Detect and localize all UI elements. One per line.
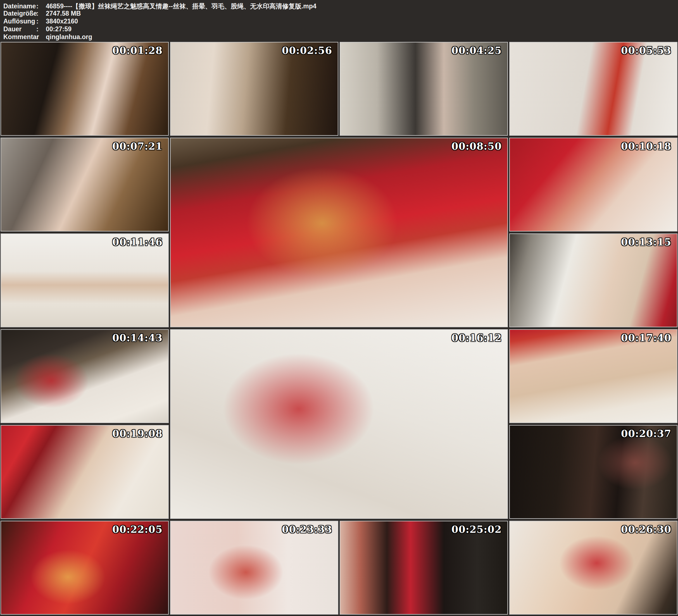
meta-value-filesize: 2747.58 MB (46, 10, 678, 17)
meta-colon: : (36, 2, 46, 10)
thumbnail-timestamp: 00:17:40 (621, 332, 671, 343)
video-thumbnail: 00:02:56 (170, 42, 338, 136)
meta-colon: : (36, 10, 46, 17)
video-thumbnail: 00:11:46 (1, 233, 169, 327)
thumbnail-timestamp: 00:22:05 (112, 524, 162, 535)
meta-label-comment: Kommentar (3, 33, 36, 41)
thumbnail-timestamp: 00:25:02 (451, 524, 502, 535)
video-thumbnail: 00:19:08 (1, 425, 169, 519)
meta-value-resolution: 3840x2160 (46, 17, 678, 25)
video-thumbnail: 00:08:50 (170, 138, 508, 327)
thumbnail-timestamp: 00:05:53 (621, 45, 671, 56)
video-thumbnail: 00:14:43 (1, 329, 169, 423)
video-thumbnail: 00:20:37 (509, 425, 677, 519)
meta-colon: : (36, 26, 46, 33)
thumbnail-grid: 00:01:2800:02:5600:04:2500:05:5300:07:21… (0, 41, 678, 615)
video-thumbnail: 00:05:53 (509, 42, 677, 136)
thumbnail-timestamp: 00:08:50 (451, 141, 502, 152)
meta-value-comment: qinglanhua.org (46, 33, 678, 41)
thumbnail-timestamp: 00:20:37 (621, 428, 671, 439)
meta-row-filename: Dateiname : 46859----【撒琅】丝袜绳艺之魅惑高叉情趣--丝袜… (3, 2, 678, 10)
thumbnail-timestamp: 00:02:56 (282, 45, 332, 56)
meta-row-comment: Kommentar : qinglanhua.org (3, 33, 678, 41)
video-thumbnail: 00:23:33 (170, 521, 338, 615)
video-thumbnail: 00:26:30 (509, 521, 677, 615)
contact-sheet: { "file_info": { "colon": ":", "rows": [… (0, 0, 678, 616)
thumbnail-timestamp: 00:10:18 (621, 141, 671, 152)
thumbnail-timestamp: 00:11:46 (112, 236, 162, 248)
video-thumbnail: 00:07:21 (1, 138, 169, 231)
file-info-header: Dateiname : 46859----【撒琅】丝袜绳艺之魅惑高叉情趣--丝袜… (0, 0, 678, 41)
video-thumbnail: 00:10:18 (509, 138, 677, 231)
thumbnail-timestamp: 00:01:28 (112, 45, 162, 56)
thumbnail-timestamp: 00:23:33 (282, 524, 332, 535)
video-thumbnail: 00:13:15 (509, 233, 677, 327)
video-thumbnail: 00:22:05 (1, 521, 169, 615)
meta-label-duration: Dauer (3, 26, 36, 33)
meta-label-filesize: Dateigröße (3, 10, 36, 17)
meta-colon: : (36, 17, 46, 25)
meta-row-resolution: Auflösung : 3840x2160 (3, 17, 678, 26)
video-thumbnail: 00:17:40 (509, 329, 677, 423)
thumbnail-timestamp: 00:16:12 (451, 332, 502, 343)
meta-label-resolution: Auflösung (3, 17, 36, 25)
meta-value-filename: 46859----【撒琅】丝袜绳艺之魅惑高叉情趣--丝袜、捂晕、羽毛、股绳、无水… (46, 2, 678, 11)
meta-value-duration: 00:27:59 (46, 26, 678, 33)
thumbnail-timestamp: 00:14:43 (112, 332, 162, 343)
thumbnail-timestamp: 00:13:15 (621, 236, 671, 248)
meta-row-duration: Dauer : 00:27:59 (3, 26, 678, 33)
meta-label-filename: Dateiname (3, 2, 36, 10)
video-thumbnail: 00:16:12 (170, 329, 508, 519)
video-thumbnail: 00:04:25 (340, 42, 508, 136)
meta-colon: : (36, 33, 46, 41)
thumbnail-timestamp: 00:19:08 (112, 428, 162, 439)
video-thumbnail: 00:25:02 (340, 521, 508, 615)
thumbnail-timestamp: 00:26:30 (621, 524, 671, 535)
video-thumbnail: 00:01:28 (1, 42, 169, 136)
thumbnail-timestamp: 00:07:21 (112, 141, 162, 152)
meta-row-filesize: Dateigröße : 2747.58 MB (3, 10, 678, 17)
thumbnail-timestamp: 00:04:25 (451, 45, 502, 56)
